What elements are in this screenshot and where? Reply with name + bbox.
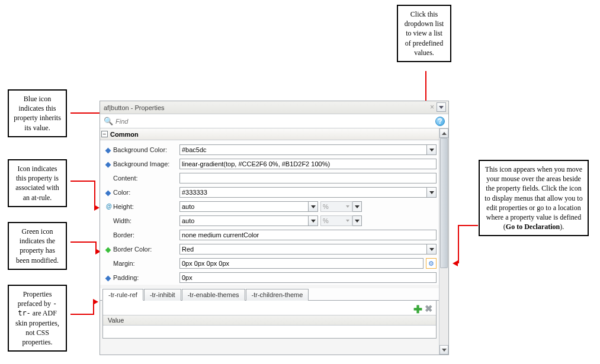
arrow-line xyxy=(70,181,95,182)
callout-at-rule: Icon indicates this property is associat… xyxy=(8,159,67,207)
panel-body: − Common Background Color: Background Im… xyxy=(100,128,439,355)
properties-list: Background Color: Background Image: Cont… xyxy=(100,140,439,285)
prop-label: Background Image: xyxy=(113,160,179,167)
at-rule-icon: @ xyxy=(106,204,112,210)
callout-text: This icon appears when you move your mou… xyxy=(485,165,582,231)
prop-label: Height: xyxy=(113,203,179,210)
unit-dropdown-button[interactable] xyxy=(352,201,362,212)
prop-input-color[interactable] xyxy=(179,187,427,198)
inherits-icon xyxy=(106,189,112,195)
no-icon xyxy=(106,260,112,266)
gear-icon[interactable]: ⚙ xyxy=(426,258,437,269)
prop-input-padding[interactable] xyxy=(179,272,437,283)
no-icon xyxy=(106,218,112,224)
prop-label: Padding: xyxy=(113,274,179,281)
find-input[interactable] xyxy=(115,118,293,125)
prop-label: Border Color: xyxy=(113,246,179,253)
prop-row-width: Width: % xyxy=(100,214,439,228)
section-header-common[interactable]: − Common xyxy=(100,128,439,140)
prop-row-content: Content: xyxy=(100,171,439,185)
help-icon[interactable]: ? xyxy=(435,117,445,126)
prop-label: Content: xyxy=(113,175,179,182)
prop-label: Background Color: xyxy=(113,146,179,153)
arrow-line xyxy=(94,181,95,207)
prop-row-background-color: Background Color: xyxy=(100,143,439,157)
tab-tr-children-theme[interactable]: -tr-children-theme xyxy=(246,289,309,301)
prop-label: Color: xyxy=(113,189,179,196)
prop-input-border[interactable] xyxy=(179,230,437,240)
add-icon[interactable]: ✚ xyxy=(413,303,422,316)
prop-row-padding: Padding: xyxy=(100,270,439,285)
prop-row-border-color: Border Color: xyxy=(100,242,439,256)
arrow-line xyxy=(70,314,94,315)
close-icon[interactable]: × xyxy=(430,103,434,111)
prop-input-content[interactable] xyxy=(179,173,437,183)
callout-gear-icon: This icon appears when you move your mou… xyxy=(479,160,589,236)
column-header-value: Value xyxy=(103,315,436,326)
arrow-head xyxy=(94,205,100,211)
prop-input-background-image[interactable] xyxy=(179,159,437,169)
arrow-line xyxy=(70,241,97,243)
prop-row-margin: Margin: ⚙ xyxy=(100,256,439,270)
prop-label: Width: xyxy=(113,217,179,224)
inherits-icon xyxy=(106,161,112,167)
dropdown-button[interactable] xyxy=(427,187,437,198)
delete-icon[interactable]: ✖ xyxy=(425,303,432,316)
prop-row-height: @ Height: % xyxy=(100,199,439,214)
collapse-icon[interactable]: − xyxy=(101,131,108,137)
tab-content-area: ✚ ✖ Value xyxy=(102,301,437,339)
modified-icon xyxy=(106,246,112,252)
properties-panel: af|button - Properties × 🔍 ? − Common Ba… xyxy=(100,101,449,355)
callout-blue-icon: Blue icon indicates this property inheri… xyxy=(8,89,67,137)
search-icon: 🔍 xyxy=(104,117,113,125)
tab-tr-rule-ref[interactable]: -tr-rule-ref xyxy=(102,289,143,301)
prop-label: Margin: xyxy=(113,260,179,267)
unit-dropdown-button[interactable] xyxy=(352,215,362,226)
prop-row-border: Border: xyxy=(100,228,439,242)
prop-label: Border: xyxy=(113,231,179,239)
arrow-head xyxy=(93,299,98,305)
callout-green-icon: Green icon indicates the property has be… xyxy=(8,222,67,270)
prop-input-width[interactable] xyxy=(179,215,309,226)
dropdown-button[interactable] xyxy=(309,215,318,226)
section-title: Common xyxy=(110,131,139,138)
prop-row-color: Color: xyxy=(100,185,439,199)
arrow-line xyxy=(458,225,478,226)
callout-bold: Go to Declaration xyxy=(506,223,560,231)
dropdown-button[interactable] xyxy=(309,201,318,212)
tab-tr-enable-themes[interactable]: -tr-enable-themes xyxy=(182,289,245,301)
arrow-head xyxy=(453,260,458,266)
unit-select[interactable]: % xyxy=(320,215,352,226)
callout-dropdown: Click this dropdown list to view a list … xyxy=(397,5,451,62)
scroll-down-button[interactable] xyxy=(439,345,448,355)
no-icon xyxy=(106,232,112,238)
prop-input-margin[interactable] xyxy=(179,258,423,269)
vertical-scrollbar[interactable] xyxy=(439,128,448,355)
arrow-line xyxy=(70,112,102,114)
inherits-icon xyxy=(106,147,112,153)
dropdown-button[interactable] xyxy=(427,144,437,155)
arrow-line xyxy=(458,225,459,263)
skin-tabs: -tr-rule-ref -tr-inhibit -tr-enable-them… xyxy=(100,288,439,301)
titlebar: af|button - Properties × xyxy=(100,101,448,114)
sub-tools: ✚ ✖ xyxy=(413,303,432,316)
panel-title: af|button - Properties xyxy=(104,104,165,111)
no-icon xyxy=(106,175,112,181)
prop-row-background-image: Background Image: xyxy=(100,157,439,171)
prop-input-height[interactable] xyxy=(179,201,309,212)
find-bar: 🔍 ? xyxy=(100,114,448,128)
tab-tr-inhibit[interactable]: -tr-inhibit xyxy=(144,289,181,301)
dropdown-button[interactable] xyxy=(427,244,437,255)
callout-tr-props: Properties prefaced by -tr- are ADF skin… xyxy=(8,285,67,352)
scroll-thumb[interactable] xyxy=(440,138,448,268)
unit-select[interactable]: % xyxy=(320,201,352,212)
callout-text: ). xyxy=(560,223,564,231)
scroll-up-button[interactable] xyxy=(439,128,448,138)
prop-input-background-color[interactable] xyxy=(179,144,427,155)
inherits-icon xyxy=(106,275,112,281)
prop-input-border-color[interactable] xyxy=(179,244,427,255)
callout-tr-text: Properties prefaced by -tr- are ADF skin… xyxy=(15,290,59,346)
panel-menu-dropdown[interactable] xyxy=(437,102,446,112)
